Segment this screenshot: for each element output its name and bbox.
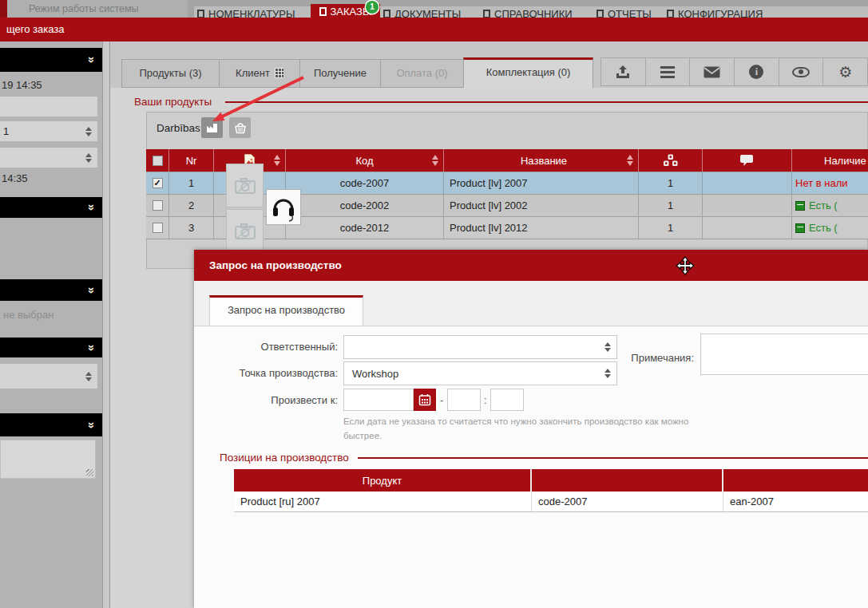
components-icon bbox=[663, 154, 678, 167]
time-colon-separator: : bbox=[484, 394, 487, 406]
column-header-components[interactable] bbox=[639, 149, 703, 172]
production-request-dialog: Запрос на производство Запрос на произво… bbox=[194, 250, 868, 608]
dialog-tab-production-request[interactable]: Запрос на производство bbox=[209, 295, 363, 326]
produce-by-date-input[interactable] bbox=[343, 389, 414, 411]
column-header-comments[interactable] bbox=[703, 149, 792, 172]
cell-nr: 2 bbox=[169, 195, 214, 216]
info-button[interactable]: i bbox=[734, 57, 779, 86]
info-icon: i bbox=[749, 65, 763, 79]
list-menu-button[interactable] bbox=[645, 57, 691, 86]
dialog-title-bar[interactable]: Запрос на производство bbox=[194, 250, 868, 281]
calculator-icon bbox=[275, 68, 283, 78]
select-arrows-icon bbox=[604, 342, 611, 352]
sidebar-section-header[interactable]: » bbox=[0, 413, 102, 436]
sort-icon[interactable] bbox=[274, 155, 281, 166]
select-all-checkbox[interactable] bbox=[146, 149, 169, 172]
date-hint-text: Если дата не указана то считается что ну… bbox=[343, 415, 719, 444]
positions-section-legend: Позиции на производство bbox=[220, 452, 349, 464]
checkbox-checked-icon: ✓ bbox=[153, 178, 163, 188]
column-header-ean bbox=[723, 469, 868, 492]
sidebar-text-input[interactable] bbox=[0, 97, 97, 116]
comment-icon bbox=[740, 154, 755, 167]
column-header-name[interactable]: Название bbox=[444, 149, 639, 172]
sort-icon[interactable] bbox=[432, 155, 439, 166]
select-arrows-icon bbox=[85, 127, 92, 136]
products-section-legend: Ваши продукты bbox=[134, 96, 212, 108]
mail-button[interactable] bbox=[689, 57, 735, 86]
tab-strip-divider bbox=[194, 326, 868, 326]
system-mode-tab[interactable]: Режим работы системы bbox=[7, 0, 188, 18]
sidebar-section-header[interactable]: » bbox=[0, 338, 102, 357]
headphones-icon bbox=[271, 193, 295, 222]
checkbox-icon bbox=[153, 223, 163, 233]
column-header-code[interactable]: Код bbox=[286, 149, 444, 172]
upload-button[interactable] bbox=[600, 57, 646, 86]
column-header-stock[interactable]: Наличие bbox=[792, 149, 868, 172]
collapse-chevron-icon: » bbox=[85, 57, 99, 63]
select-arrows-icon bbox=[604, 369, 611, 378]
collapse-chevron-icon: » bbox=[85, 286, 99, 293]
collapse-chevron-icon: » bbox=[85, 344, 99, 350]
production-point-label: Точка производства: bbox=[202, 367, 338, 379]
sidebar-scrollbar[interactable] bbox=[102, 41, 110, 608]
sidebar-select[interactable] bbox=[0, 364, 97, 389]
sidebar-select[interactable] bbox=[0, 148, 97, 168]
no-photo-icon bbox=[235, 223, 256, 240]
collapse-chevron-icon: » bbox=[85, 204, 99, 211]
factory-icon bbox=[206, 122, 219, 133]
table-row[interactable]: Product [ru] 2007 code-2007 ean-2007 bbox=[234, 492, 868, 512]
sidebar-quantity-select[interactable]: 1 bbox=[0, 121, 97, 141]
sidebar-section-header[interactable]: » bbox=[0, 197, 102, 218]
sidebar-section-header[interactable]: » bbox=[0, 279, 102, 301]
left-sidebar: » 19 14:35 1 14:35 » » не выбран » » bbox=[0, 41, 102, 608]
produce-by-minute-input[interactable] bbox=[490, 389, 524, 411]
sidebar-textarea[interactable] bbox=[0, 440, 96, 479]
application-window: Режим работы системы НОМЕНКЛАТУРЫ ЗАКАЗЫ… bbox=[0, 0, 868, 608]
production-point-select[interactable]: Workshop bbox=[343, 361, 617, 385]
cell-nr: 1 bbox=[169, 172, 214, 194]
basket-button[interactable] bbox=[229, 117, 251, 138]
product-image-placeholder[interactable] bbox=[226, 209, 264, 254]
tab-receiving[interactable]: Получение bbox=[299, 59, 381, 88]
top-bar-red-strip bbox=[0, 0, 7, 18]
notes-textarea[interactable] bbox=[700, 334, 868, 375]
cell-components: 1 bbox=[639, 217, 703, 239]
tab-products[interactable]: Продукты (3) bbox=[121, 59, 220, 88]
row-checkbox[interactable] bbox=[146, 195, 169, 216]
checkbox-icon bbox=[153, 200, 163, 211]
sidebar-time: 14:35 bbox=[2, 172, 28, 184]
positions-table: Продукт Product [ru] 2007 code-2007 ean-… bbox=[234, 469, 868, 512]
manufacture-button[interactable] bbox=[201, 117, 223, 138]
cell-product: Product [ru] 2007 bbox=[234, 492, 532, 511]
tab-client[interactable]: Клиент bbox=[219, 59, 300, 88]
cell-stock: Нет в нали bbox=[792, 172, 868, 194]
calendar-button[interactable] bbox=[414, 389, 436, 411]
cell-code: code-2007 bbox=[532, 492, 723, 511]
row-checkbox[interactable]: ✓ bbox=[146, 172, 169, 194]
row-checkbox[interactable] bbox=[146, 217, 169, 239]
resize-handle[interactable] bbox=[86, 469, 93, 476]
preview-button[interactable] bbox=[779, 57, 824, 86]
section-divider bbox=[358, 457, 868, 459]
cell-components: 1 bbox=[639, 195, 703, 216]
calendar-icon bbox=[418, 393, 431, 406]
dialog-title: Запрос на производство bbox=[209, 250, 342, 281]
stock-box-icon bbox=[795, 201, 805, 211]
collapse-chevron-icon: » bbox=[85, 421, 99, 428]
eye-icon bbox=[792, 67, 810, 77]
sidebar-datetime: 19 14:35 bbox=[2, 79, 42, 91]
page-title: щего заказа bbox=[6, 23, 65, 35]
column-header-nr[interactable]: Nr bbox=[169, 149, 214, 172]
responsible-select[interactable] bbox=[343, 335, 617, 359]
produce-by-label: Произвести к: bbox=[202, 394, 338, 406]
upload-icon bbox=[616, 65, 630, 79]
tab-assembly[interactable]: Комплектация (0) bbox=[463, 57, 593, 88]
sidebar-section-header[interactable]: » bbox=[0, 48, 102, 72]
sort-icon[interactable] bbox=[627, 155, 634, 166]
no-photo-icon bbox=[235, 177, 256, 195]
settings-button[interactable]: ⚙ bbox=[822, 57, 868, 86]
product-image-headphones[interactable] bbox=[266, 189, 301, 225]
orders-count-badge: 1 bbox=[366, 1, 379, 14]
product-image-placeholder[interactable] bbox=[226, 164, 264, 207]
produce-by-hour-input[interactable] bbox=[447, 389, 481, 411]
